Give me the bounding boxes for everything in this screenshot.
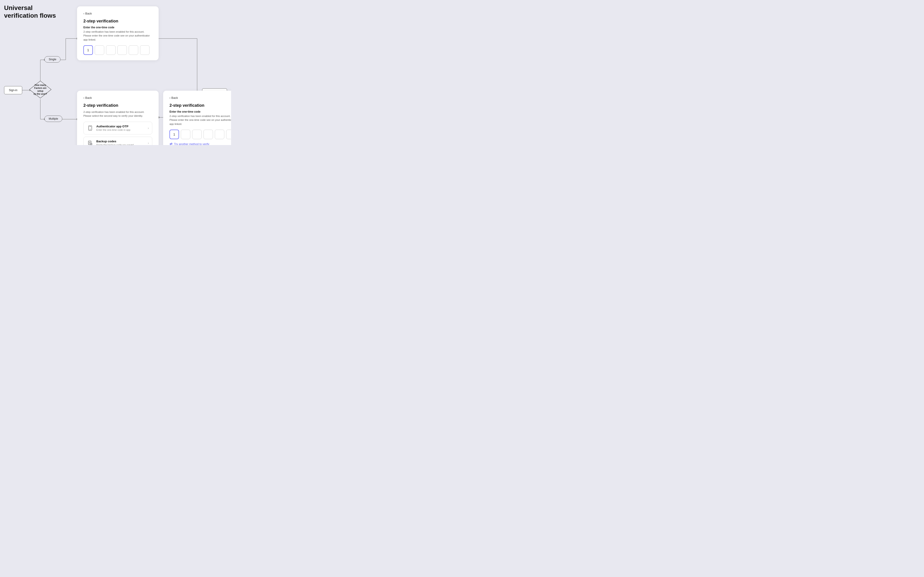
card-bl-description: 2-step verification has been enabled for… <box>84 110 152 118</box>
svg-rect-26 <box>89 126 92 130</box>
otp-input-row-br: 1 <box>169 130 231 139</box>
signin-box: Sign-in <box>4 86 22 94</box>
back-button-bottom-left[interactable]: ‹ Back <box>84 96 152 100</box>
card-br-title: 2-step verification <box>169 103 231 108</box>
try-another-method-link[interactable]: Try another method to verify <box>169 142 231 145</box>
otp-box-5[interactable] <box>129 45 138 55</box>
switch-icon <box>169 142 173 145</box>
card-br-subtitle: Enter the one-time code <box>169 110 231 113</box>
card-top-subtitle: Enter the one-time code <box>84 26 152 29</box>
card-top-title: 2-step verification <box>84 19 152 24</box>
otp-br-box-4[interactable] <box>203 130 213 139</box>
chevron-left-icon-br: ‹ <box>169 96 171 100</box>
diamond-label: How many Factors are setup by the user? <box>31 84 49 95</box>
method-backup-text: Backup codes Paste the backup code you s… <box>96 140 148 145</box>
backup-codes-icon <box>87 140 93 145</box>
otp-box-4[interactable] <box>118 45 127 55</box>
method-authenticator-label: Authenticator app OTP <box>96 125 148 128</box>
otp-box-1[interactable]: 1 <box>84 45 93 55</box>
try-another-label: Try another method to verify <box>174 143 209 145</box>
svg-point-27 <box>90 129 91 129</box>
card-br-description: 2-step verification has been enabled for… <box>169 114 231 126</box>
otp-box-2[interactable] <box>95 45 104 55</box>
otp-input-row-top: 1 <box>84 45 152 55</box>
otp-box-6[interactable] <box>140 45 150 55</box>
back-button-top[interactable]: ‹ Back <box>84 12 152 15</box>
otp-box-3[interactable] <box>106 45 116 55</box>
card-top-description: 2-step verification has been enabled for… <box>84 30 152 42</box>
method-backup-codes[interactable]: Backup codes Paste the backup code you s… <box>84 137 152 145</box>
otp-br-box-6[interactable] <box>226 130 231 139</box>
authenticator-icon <box>87 125 93 131</box>
card-bl-title: 2-step verification <box>84 103 152 108</box>
decision-diamond: How many Factors are setup by the user? <box>29 81 52 98</box>
single-oval: Single <box>44 56 61 63</box>
otp-br-box-5[interactable] <box>215 130 224 139</box>
chevron-right-icon-auth: › <box>148 126 149 130</box>
otp-br-box-2[interactable] <box>181 130 190 139</box>
method-authenticator-desc: Enter the one-time code in app <box>96 129 148 131</box>
card-multiple-select: ‹ Back 2-step verification 2-step verifi… <box>77 91 159 145</box>
method-backup-desc: Paste the backup code you saved <box>96 143 148 145</box>
method-authenticator-otp[interactable]: Authenticator app OTP Enter the one-time… <box>84 122 152 134</box>
multiple-oval: Multiple <box>44 116 62 122</box>
back-button-bottom-right[interactable]: ‹ Back <box>169 96 231 100</box>
card-multiple-otp: ‹ Back 2-step verification Enter the one… <box>163 91 231 145</box>
method-authenticator-text: Authenticator app OTP Enter the one-time… <box>96 125 148 131</box>
page-title: Universal verification flows <box>4 4 56 19</box>
otp-br-box-3[interactable] <box>192 130 202 139</box>
method-backup-label: Backup codes <box>96 140 148 143</box>
card-single-otp: ‹ Back 2-step verification Enter the one… <box>77 6 159 60</box>
chevron-right-icon-backup: › <box>148 141 149 145</box>
chevron-left-icon-bl: ‹ <box>84 96 84 100</box>
otp-br-box-1[interactable]: 1 <box>169 130 179 139</box>
chevron-left-icon: ‹ <box>84 12 84 15</box>
